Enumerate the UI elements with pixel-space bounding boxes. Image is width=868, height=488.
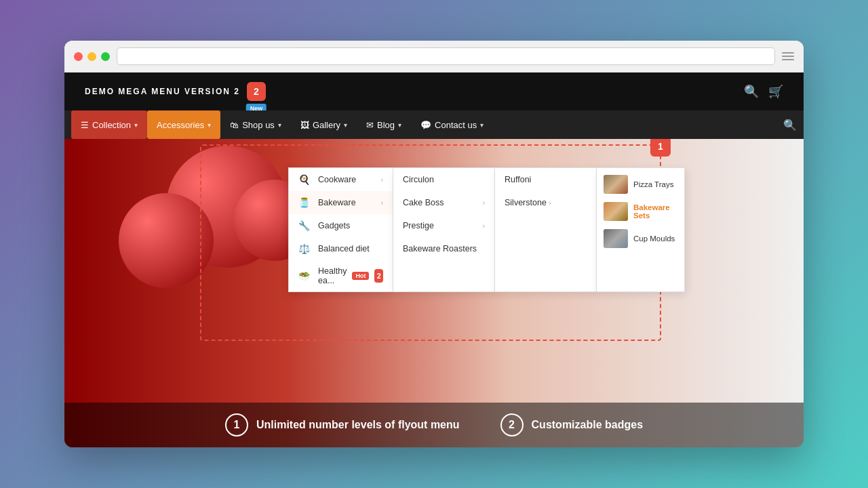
accessories-label: Accessories xyxy=(157,120,204,130)
menu-l1-bakeware[interactable]: 🫙 Bakeware › xyxy=(289,191,393,214)
healthy-eating-label: Healthy ea... xyxy=(318,266,347,285)
minimize-button[interactable] xyxy=(87,52,96,61)
cart-icon[interactable]: 🛒 xyxy=(768,84,783,99)
nav-item-contact[interactable]: 💬 Contact us ▾ xyxy=(411,110,493,139)
chevron-right-icon: › xyxy=(381,199,383,207)
shop-icon: 🛍 xyxy=(230,120,239,130)
close-button[interactable] xyxy=(74,52,83,61)
menu-level-4: Pizza Trays Bakeware Sets Cup Moulds xyxy=(597,167,685,292)
cookware-icon: 🍳 xyxy=(298,174,310,185)
nav-item-gallery[interactable]: 🖼 Gallery ▾ xyxy=(291,110,357,139)
gallery-label: Gallery xyxy=(313,120,340,130)
gallery-icon: 🖼 xyxy=(300,120,309,130)
nav-item-accessories[interactable]: Accessories ▾ xyxy=(147,110,220,139)
contact-icon: 💬 xyxy=(420,120,431,130)
menu-l1-healthy-eating[interactable]: 🥗 Healthy ea... Hot 2 xyxy=(289,260,393,291)
nav-item-blog[interactable]: ✉ Blog ▾ xyxy=(357,110,411,139)
address-bar[interactable] xyxy=(117,47,775,65)
balanced-diet-label: Balanced diet xyxy=(318,244,383,253)
bakeware-label: Bakeware xyxy=(318,198,376,207)
feature-item-2: 2 Customizable badges xyxy=(500,413,643,436)
logo-area: DEMO MEGA MENU VERSION 2 2 New xyxy=(85,82,266,101)
site-header: DEMO MEGA MENU VERSION 2 2 New 🔍 🛒 xyxy=(64,73,804,110)
cookware-label: Cookware xyxy=(318,175,376,184)
menu-level-1: 🍳 Cookware ‹ 🫙 Bakeware › 🔧 Gadgets xyxy=(288,167,393,292)
menu-l2-prestige[interactable]: Prestige › xyxy=(393,214,494,237)
chevron-down-icon: ▾ xyxy=(208,121,211,129)
menu-l2-circulon[interactable]: Circulon xyxy=(393,168,494,191)
bakeware-sets-label: Bakeware Sets xyxy=(633,203,677,220)
balanced-diet-icon: ⚖️ xyxy=(298,243,310,254)
menu-l2-bakeware-roasters[interactable]: Bakeware Roasters xyxy=(393,237,494,260)
blog-icon: ✉ xyxy=(366,120,374,130)
browser-window: DEMO MEGA MENU VERSION 2 2 New 🔍 🛒 ☰ Col… xyxy=(64,41,804,447)
header-badge-number: 2 xyxy=(254,86,259,97)
cake-boss-label: Cake Boss xyxy=(403,198,443,207)
christmas-ball-medium xyxy=(119,193,214,288)
feature-text-2: Customizable badges xyxy=(532,419,643,431)
cup-moulds-thumbnail xyxy=(604,229,628,248)
ruffoni-label: Ruffoni xyxy=(505,175,531,184)
feature-number-1: 1 xyxy=(225,413,248,436)
gadgets-label: Gadgets xyxy=(318,221,383,230)
blog-label: Blog xyxy=(377,120,395,130)
hero-area: 1 🍳 Cookware ‹ 🫙 Bakeware › xyxy=(64,139,804,447)
site-logo: DEMO MEGA MENU VERSION 2 xyxy=(85,87,240,96)
l1-number-badge: 2 xyxy=(374,269,383,283)
nav-search-icon[interactable]: 🔍 xyxy=(783,119,797,131)
chevron-right-icon: › xyxy=(549,199,551,207)
menu-l4-pizza-trays[interactable]: Pizza Trays xyxy=(597,171,684,198)
menu-l1-balanced-diet[interactable]: ⚖️ Balanced diet xyxy=(289,237,393,260)
bakeware-roasters-label: Bakeware Roasters xyxy=(403,244,477,253)
menu-l4-cup-moulds[interactable]: Cup Moulds xyxy=(597,225,684,252)
site-nav: ☰ Collection ▾ Accessories ▾ 🛍 Shop us ▾… xyxy=(64,110,804,139)
menu-l3-silverstone[interactable]: Silverstone › xyxy=(495,191,596,214)
prestige-label: Prestige xyxy=(403,221,434,230)
chevron-down-icon: ▾ xyxy=(480,121,484,129)
feature-strip: 1 Unlimited number levels of flyout menu… xyxy=(64,403,804,447)
cup-moulds-label: Cup Moulds xyxy=(633,235,675,243)
silverstone-label: Silverstone xyxy=(505,198,547,207)
hot-badge: Hot xyxy=(352,272,369,280)
collection-label: Collection xyxy=(92,120,131,130)
healthy-eating-icon: 🥗 xyxy=(298,270,310,281)
bakeware-sets-thumbnail xyxy=(604,202,628,221)
nav-item-shop-us[interactable]: 🛍 Shop us ▾ xyxy=(220,110,291,139)
menu-l3-ruffoni[interactable]: Ruffoni xyxy=(495,168,596,191)
browser-menu-button[interactable] xyxy=(782,52,794,60)
feature-number-2: 2 xyxy=(500,413,524,436)
traffic-lights xyxy=(74,52,110,61)
chevron-right-icon: › xyxy=(483,199,485,207)
pizza-trays-thumbnail xyxy=(604,175,628,194)
header-icons: 🔍 🛒 xyxy=(744,84,783,99)
feature-item-1: 1 Unlimited number levels of flyout menu xyxy=(225,413,460,436)
chevron-down-icon: ▾ xyxy=(134,121,138,129)
menu-l1-cookware[interactable]: 🍳 Cookware ‹ xyxy=(289,168,393,191)
menu-l4-bakeware-sets[interactable]: Bakeware Sets xyxy=(597,198,684,225)
menu-level-3: Ruffoni Silverstone › xyxy=(495,167,597,292)
search-icon[interactable]: 🔍 xyxy=(744,84,759,99)
chevron-down-icon: ▾ xyxy=(398,121,401,129)
maximize-button[interactable] xyxy=(101,52,110,61)
menu-icon: ☰ xyxy=(81,120,89,130)
chevron-down-icon: ▾ xyxy=(278,121,281,129)
bakeware-icon: 🫙 xyxy=(298,197,310,208)
pizza-trays-label: Pizza Trays xyxy=(633,180,673,188)
menu-l2-cake-boss[interactable]: Cake Boss › xyxy=(393,191,494,214)
mega-menu: 🍳 Cookware ‹ 🫙 Bakeware › 🔧 Gadgets xyxy=(288,167,685,292)
website-content: DEMO MEGA MENU VERSION 2 2 New 🔍 🛒 ☰ Col… xyxy=(64,73,804,447)
chevron-right-icon: ‹ xyxy=(381,176,383,184)
header-badge: 2 New xyxy=(247,82,266,101)
chevron-down-icon: ▾ xyxy=(344,121,347,129)
shop-us-label: Shop us xyxy=(242,120,275,130)
browser-chrome xyxy=(64,41,804,73)
menu-l1-gadgets[interactable]: 🔧 Gadgets xyxy=(289,214,393,237)
circulon-label: Circulon xyxy=(403,175,434,184)
feature-text-1: Unlimited number levels of flyout menu xyxy=(256,419,460,431)
menu-level-2: Circulon Cake Boss › Prestige › Bakeware… xyxy=(393,167,495,292)
chevron-right-icon: › xyxy=(483,222,485,230)
nav-item-collection[interactable]: ☰ Collection ▾ xyxy=(71,110,147,139)
contact-label: Contact us xyxy=(435,120,477,130)
gadgets-icon: 🔧 xyxy=(298,220,310,231)
